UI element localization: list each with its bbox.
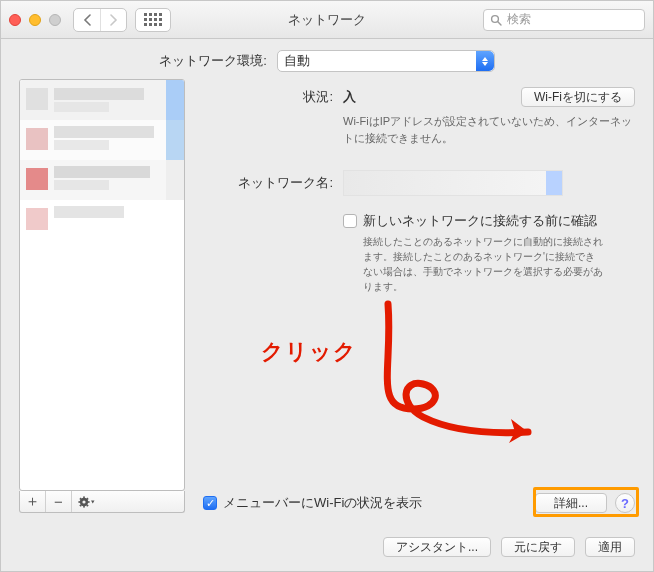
apply-button[interactable]: 適用 <box>585 537 635 557</box>
status-description: Wi-FiはIPアドレスが設定されていないため、インターネットに接続できません。 <box>343 113 635 146</box>
search-placeholder: 検索 <box>507 11 531 28</box>
location-row: ネットワーク環境: 自動 <box>1 39 653 79</box>
location-select[interactable]: 自動 <box>277 50 495 72</box>
select-arrows-icon <box>546 171 562 195</box>
titlebar: ネットワーク 検索 <box>1 1 653 39</box>
network-name-blurred <box>344 171 546 195</box>
wifi-toggle-button[interactable]: Wi-Fiを切にする <box>521 87 635 107</box>
status-label: 状況: <box>203 88 343 106</box>
close-icon[interactable] <box>9 14 21 26</box>
detail-pane: 状況: 入 Wi-Fiを切にする Wi-FiはIPアドレスが設定されていないため… <box>203 79 635 513</box>
svg-rect-7 <box>88 501 90 503</box>
svg-rect-5 <box>83 505 85 507</box>
annotation-highlight <box>533 487 639 517</box>
search-input[interactable]: 検索 <box>483 9 645 31</box>
annotation-text: クリック <box>261 337 357 367</box>
zoom-icon <box>49 14 61 26</box>
remove-interface-button[interactable]: − <box>46 491 72 512</box>
svg-rect-6 <box>78 501 80 503</box>
forward-button <box>100 9 126 31</box>
sidebar: ＋ − <box>19 79 185 513</box>
sidebar-tools: ＋ − <box>19 491 185 513</box>
interface-actions-button[interactable] <box>72 491 184 512</box>
network-name-label: ネットワーク名: <box>203 174 343 192</box>
confirm-join-label: 新しいネットワークに接続する前に確認 <box>363 212 597 230</box>
checkbox-checked-icon <box>203 496 217 510</box>
interface-list[interactable] <box>19 79 185 491</box>
location-value: 自動 <box>284 52 310 70</box>
nav-back-forward <box>73 8 127 32</box>
confirm-join-description: 接続したことのあるネットワークに自動的に接続されます。接続したことのあるネットワ… <box>363 234 603 294</box>
search-icon <box>490 14 502 26</box>
grid-icon <box>144 13 162 26</box>
back-button[interactable] <box>74 9 100 31</box>
status-value: 入 <box>343 88 356 106</box>
svg-point-3 <box>82 500 85 503</box>
gear-icon <box>78 496 96 508</box>
select-arrows-icon <box>476 51 494 71</box>
checkbox-icon <box>343 214 357 228</box>
location-label: ネットワーク環境: <box>159 52 267 70</box>
footer: アシスタント... 元に戻す 適用 <box>1 527 653 571</box>
main-area: ＋ − 状況: <box>1 79 653 527</box>
confirm-join-checkbox[interactable]: 新しいネットワークに接続する前に確認 <box>343 212 635 230</box>
show-in-menubar-checkbox[interactable]: メニューバーにWi-Fiの状況を表示 <box>203 494 422 512</box>
show-all-button[interactable] <box>135 8 171 32</box>
show-in-menubar-label: メニューバーにWi-Fiの状況を表示 <box>223 494 422 512</box>
assistant-button[interactable]: アシスタント... <box>383 537 491 557</box>
window: ネットワーク 検索 ネットワーク環境: 自動 <box>0 0 654 572</box>
minimize-icon[interactable] <box>29 14 41 26</box>
window-controls <box>9 14 61 26</box>
svg-rect-4 <box>83 496 85 498</box>
svg-line-1 <box>498 21 501 24</box>
add-interface-button[interactable]: ＋ <box>20 491 46 512</box>
annotation-arrow-icon <box>363 299 553 449</box>
network-name-select[interactable] <box>343 170 563 196</box>
interface-list-blurred <box>20 80 184 490</box>
revert-button[interactable]: 元に戻す <box>501 537 575 557</box>
